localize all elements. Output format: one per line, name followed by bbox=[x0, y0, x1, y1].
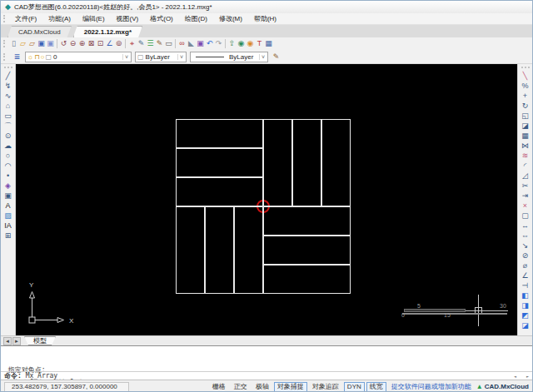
chamfer-icon[interactable]: ◿ bbox=[519, 171, 532, 181]
share-icon[interactable]: ⇪ bbox=[227, 38, 237, 49]
find-icon[interactable]: ⌖ bbox=[127, 38, 137, 49]
ellipse-arc-icon[interactable]: ◠ bbox=[2, 161, 15, 171]
linetype-box-icon[interactable]: ▭ bbox=[164, 38, 173, 49]
brand-badge[interactable]: ▲ CAD.MxCloud bbox=[476, 383, 529, 390]
line-icon[interactable]: ╱ bbox=[2, 71, 15, 81]
plank-rectangle[interactable] bbox=[176, 119, 263, 148]
menu-item[interactable]: 视图(V) bbox=[111, 13, 145, 24]
measure-angle-icon[interactable]: ∠ bbox=[105, 38, 114, 49]
zoom-object-icon[interactable]: ⊚ bbox=[114, 38, 123, 49]
scroll-right-icon[interactable]: ► bbox=[526, 374, 529, 379]
zoom-extents-icon[interactable]: ⊠ bbox=[87, 38, 96, 49]
polygon-icon[interactable]: ⌂ bbox=[2, 101, 15, 111]
drawing-area[interactable]: Y X 051530 bbox=[16, 64, 519, 335]
tab-drawing-file[interactable]: 2022.1.12.mxg* bbox=[73, 26, 142, 37]
menu-item[interactable]: 修改(M) bbox=[213, 13, 248, 24]
erase-icon[interactable]: ╲ bbox=[519, 71, 532, 81]
scroll-left-icon[interactable]: ◄ bbox=[514, 374, 516, 379]
save-block-icon[interactable]: ▣ bbox=[196, 38, 205, 49]
status-toggle[interactable]: 栅格 bbox=[209, 382, 229, 392]
save-as-icon[interactable]: ▣ bbox=[46, 38, 55, 49]
tab-cad-mxcloud[interactable]: CAD.MxCloud bbox=[7, 26, 72, 37]
angular-dim-icon[interactable]: ∠ bbox=[519, 270, 532, 280]
open-folder-icon[interactable]: ▱ bbox=[18, 38, 27, 49]
status-toggle[interactable]: 极轴 bbox=[252, 382, 272, 392]
layout-nav-left-button[interactable]: ◄ bbox=[3, 337, 12, 345]
zoom-window-icon[interactable]: ⊡ bbox=[96, 38, 105, 49]
color-combo[interactable]: ▢ ByLayer ˅ bbox=[135, 52, 187, 62]
extend-icon[interactable]: ⇥ bbox=[519, 191, 532, 201]
menu-item[interactable]: 编辑(E) bbox=[77, 13, 111, 24]
redo-icon[interactable]: ↷ bbox=[214, 38, 223, 49]
layer-tool-2-icon[interactable]: ◨ bbox=[519, 300, 532, 310]
rotate-icon[interactable]: ↻ bbox=[519, 101, 532, 111]
stretch-icon[interactable]: ⇔ bbox=[519, 231, 532, 241]
ellipse-icon[interactable]: ○ bbox=[2, 151, 15, 161]
undo-icon[interactable]: ↶ bbox=[205, 38, 214, 49]
binoculars-icon[interactable]: ∞ bbox=[177, 38, 187, 49]
point-icon[interactable]: • bbox=[2, 171, 15, 181]
plank-rectangle[interactable] bbox=[292, 119, 321, 206]
status-toggle[interactable]: DYN bbox=[344, 382, 365, 392]
zoom-out-icon[interactable]: ⊖ bbox=[68, 38, 77, 49]
stats-chart-icon[interactable]: ▦ bbox=[264, 38, 273, 49]
plank-rectangle[interactable] bbox=[263, 206, 351, 236]
command-input-line[interactable]: 命令: bbox=[1, 371, 532, 380]
rectangle-icon[interactable]: ▭ bbox=[2, 111, 15, 121]
menu-item[interactable]: 格式(O) bbox=[144, 13, 179, 24]
polyline-icon[interactable]: ↯ bbox=[2, 81, 15, 91]
layout-nav-right-button[interactable]: ► bbox=[12, 337, 21, 345]
plank-rectangle[interactable] bbox=[263, 236, 351, 265]
mirror-icon[interactable]: ⋈ bbox=[519, 141, 532, 151]
new-file-icon[interactable]: ▯ bbox=[9, 38, 18, 49]
menu-item[interactable]: 帮助(H) bbox=[248, 13, 282, 24]
feedback-link[interactable]: 提交软件问题或增加新功能 bbox=[391, 382, 471, 391]
chevron-down-icon[interactable]: ˅ bbox=[259, 54, 266, 60]
model-tab[interactable]: 模型 bbox=[24, 336, 56, 345]
zoom-in-icon[interactable]: ⊕ bbox=[77, 38, 87, 49]
linetype-combo[interactable]: ByLayer ˅ bbox=[190, 52, 268, 62]
menu-item[interactable]: 功能(A) bbox=[42, 13, 77, 24]
layer-manager-icon[interactable]: ≣ bbox=[12, 52, 22, 62]
plank-rectangle[interactable] bbox=[176, 148, 263, 177]
fillet-icon[interactable]: ◜ bbox=[519, 161, 532, 171]
layers-icon[interactable]: ☰ bbox=[146, 38, 155, 49]
layer-tool-4-icon[interactable]: ◪ bbox=[519, 320, 532, 330]
hatch-icon[interactable]: ▨ bbox=[2, 211, 15, 221]
color-pencil-icon[interactable]: ✎ bbox=[155, 38, 164, 49]
plank-rectangle[interactable] bbox=[176, 206, 205, 294]
layer-combo[interactable]: ☼⊓○▢ 0 ˅ bbox=[25, 52, 132, 62]
revision-cloud-icon[interactable]: ☁ bbox=[2, 141, 15, 151]
import-file-icon[interactable]: ▱ bbox=[27, 38, 37, 49]
break-icon[interactable]: × bbox=[519, 201, 532, 211]
chevron-down-icon[interactable]: ˅ bbox=[122, 54, 129, 60]
plank-rectangle[interactable] bbox=[205, 206, 234, 294]
layer-tool-1-icon[interactable]: ◧ bbox=[519, 290, 532, 300]
status-toggle[interactable]: 对象追踪 bbox=[309, 382, 342, 392]
web-globe-icon[interactable]: ◉ bbox=[237, 38, 246, 49]
plank-rectangle[interactable] bbox=[176, 177, 263, 206]
plank-rectangle[interactable] bbox=[263, 265, 351, 294]
layer-tool-3-icon[interactable]: ◩ bbox=[519, 310, 532, 320]
copy-properties-icon[interactable]: ◪ bbox=[519, 121, 532, 131]
command-window[interactable]: 指定对角点:命令: Mx_Array 找到 6 个, 总计 6 个选择[中心点]… bbox=[1, 345, 532, 380]
plank-rectangle[interactable] bbox=[321, 119, 351, 206]
status-toggle[interactable]: 线宽 bbox=[366, 382, 386, 392]
insert-block-icon[interactable]: ▣ bbox=[2, 191, 15, 201]
join-icon[interactable]: ▢ bbox=[519, 211, 532, 221]
web-update-icon[interactable]: ◉ bbox=[246, 38, 255, 49]
clean-tool-icon[interactable]: ◣ bbox=[187, 38, 196, 49]
trim-icon[interactable]: ✂ bbox=[519, 181, 532, 191]
scale-icon[interactable]: ◱ bbox=[519, 111, 532, 121]
chevron-down-icon[interactable]: ˅ bbox=[177, 54, 184, 60]
status-toggle[interactable]: 正交 bbox=[231, 382, 251, 392]
arc-icon[interactable]: ⌒ bbox=[2, 121, 15, 131]
status-toggle[interactable]: 对象捕捉 bbox=[274, 382, 307, 392]
block-icon[interactable]: ◈ bbox=[2, 181, 15, 191]
move-icon[interactable]: + bbox=[519, 91, 532, 101]
text-icon[interactable]: A bbox=[2, 201, 15, 211]
spline-icon[interactable]: ∿ bbox=[2, 91, 15, 101]
sketch-icon[interactable]: ✎ bbox=[137, 38, 146, 49]
zoom-previous-icon[interactable]: ↺ bbox=[59, 38, 68, 49]
export-text-icon[interactable]: T bbox=[255, 38, 264, 49]
